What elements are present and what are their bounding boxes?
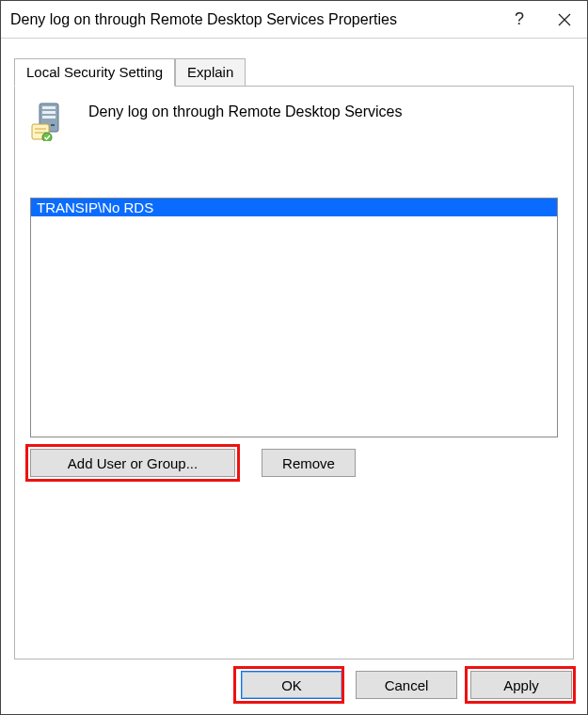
svg-rect-7 — [51, 124, 55, 126]
tab-strip: Local Security Setting Explain — [14, 57, 574, 86]
window-title: Deny log on through Remote Desktop Servi… — [10, 11, 497, 28]
close-icon — [558, 13, 571, 26]
policy-header: Deny log on through Remote Desktop Servi… — [30, 102, 558, 141]
help-button[interactable]: ? — [497, 1, 542, 39]
apply-button[interactable]: Apply — [470, 671, 572, 699]
list-buttons: Add User or Group... Remove — [30, 449, 558, 477]
properties-window: Deny log on through Remote Desktop Servi… — [0, 0, 588, 715]
users-listbox[interactable]: TRANSIP\No RDS — [30, 198, 558, 437]
dialog-footer: OK Cancel Apply — [1, 659, 587, 714]
svg-rect-5 — [42, 116, 56, 119]
close-button[interactable] — [542, 1, 587, 39]
svg-rect-3 — [42, 106, 56, 109]
tab-panel-local: Deny log on through Remote Desktop Servi… — [14, 86, 574, 659]
policy-title: Deny log on through Remote Desktop Servi… — [88, 102, 403, 120]
cancel-button[interactable]: Cancel — [356, 671, 457, 699]
tab-local-security-setting[interactable]: Local Security Setting — [14, 58, 175, 87]
list-item[interactable]: TRANSIP\No RDS — [31, 199, 557, 216]
titlebar: Deny log on through Remote Desktop Servi… — [1, 1, 587, 39]
tab-explain[interactable]: Explain — [175, 58, 246, 86]
add-user-or-group-button[interactable]: Add User or Group... — [30, 449, 235, 477]
svg-rect-4 — [42, 111, 56, 114]
ok-button[interactable]: OK — [241, 671, 342, 699]
svg-point-11 — [42, 133, 52, 141]
remove-button[interactable]: Remove — [262, 449, 356, 477]
policy-icon — [30, 102, 70, 141]
